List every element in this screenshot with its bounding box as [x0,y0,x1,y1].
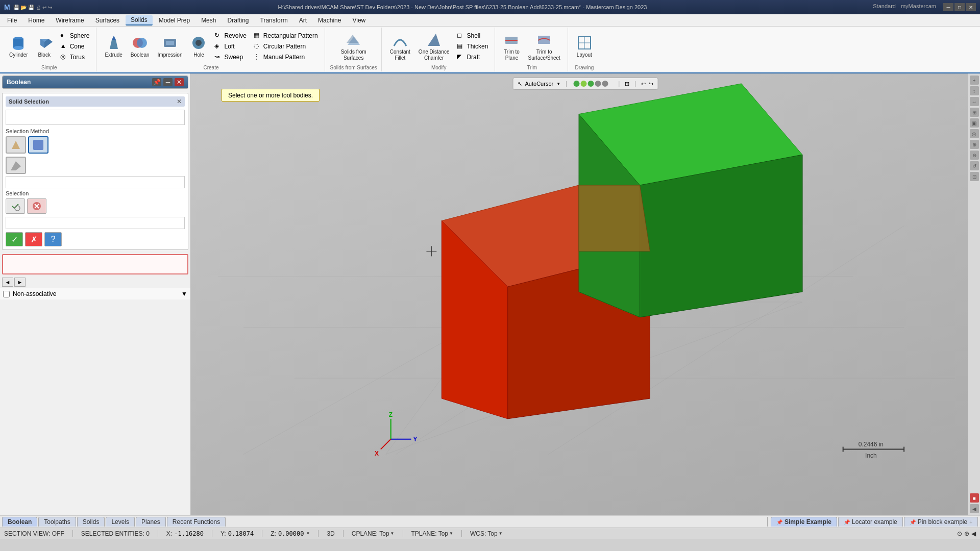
target-bodies-area[interactable] [2,254,188,274]
right-icon-9[interactable]: ↺ [970,161,979,170]
layout-button[interactable]: Layout [573,33,596,60]
viewport-tab-locator[interactable]: 📌 Locator example [838,517,903,527]
selection-solid-button[interactable] [28,136,48,154]
close-button[interactable]: ✕ [966,3,976,11]
menu-machine[interactable]: Machine [313,16,346,25]
maximize-button[interactable]: □ [954,3,965,11]
tab-levels-label: Levels [111,518,129,525]
tab-levels[interactable]: Levels [106,517,135,527]
right-icon-5[interactable]: ▣ [970,118,979,128]
viewport[interactable]: ↖ AutoCursor ▼ | | ⊞ | ↩ ↪ Select one or… [191,73,980,515]
input-area[interactable] [6,110,185,125]
right-icon-10[interactable]: ⊡ [970,172,979,181]
right-icon-4[interactable]: ⊞ [970,108,979,117]
sphere-button[interactable]: ● Sphere [58,31,92,41]
extrude-button[interactable]: Extrude [102,33,125,60]
tplane-dropdown[interactable]: TPLANE: Top ▼ [411,530,453,537]
status-icon-1[interactable]: ⊙ [957,530,962,537]
menu-view[interactable]: View [347,16,371,25]
confirm-input[interactable] [6,217,185,229]
menu-drafting[interactable]: Drafting [222,16,254,25]
trim-to-surface-button[interactable]: Trim toSurface/Sheet [525,30,563,63]
right-icon-bottom[interactable]: ◀ [970,504,979,513]
revolve-label: Revolve [224,32,246,39]
tab-recent-functions[interactable]: Recent Functions [167,517,226,527]
selection-body-button[interactable] [6,136,26,154]
trim-to-plane-button[interactable]: Trim toPlane [500,30,523,63]
deselect-button[interactable] [27,198,46,214]
status-icon-2[interactable]: ⊕ [964,530,969,537]
right-icon-2[interactable]: ↕ [970,86,979,95]
cone-button[interactable]: ▲ Cone [58,41,92,52]
right-icon-red[interactable]: ■ [970,493,979,503]
selection-action-row [6,198,185,214]
non-associative-checkbox[interactable] [3,291,10,297]
constant-fillet-button[interactable]: ConstantFillet [387,30,413,63]
grid-icon[interactable]: ⊞ [625,81,629,87]
draft-button[interactable]: ◤ Draft [454,52,491,62]
menu-art[interactable]: Art [294,16,312,25]
selection-input[interactable] [6,176,185,188]
minimize-button[interactable]: ─ [943,3,953,11]
viewport-tab-add[interactable]: + [969,519,972,525]
menu-model-prep[interactable]: Model Prep [154,16,195,25]
expand-button[interactable]: ▼ [181,290,187,297]
autocursor-dropdown[interactable]: ▼ [556,82,560,86]
z-dropdown-arrow[interactable]: ▼ [306,531,310,536]
right-icon-6[interactable]: ◎ [970,129,979,138]
torus-button[interactable]: ◎ Torus [58,52,92,62]
arrow-left-button[interactable]: ◄ [2,278,13,287]
circular-pattern-button[interactable]: ◌ Circular Pattern [251,41,321,52]
help-button[interactable]: ? [44,232,62,246]
thicken-button[interactable]: ▤ Thicken [454,41,491,52]
shell-button[interactable]: ◻ Shell [454,31,491,41]
redo-icon[interactable]: ↪ [649,81,653,87]
viewport-tab-pin-block[interactable]: 📌 Pin block example + [904,517,978,527]
menu-home[interactable]: Home [23,16,50,25]
select-all-button[interactable] [6,198,25,214]
dialog-close-button[interactable]: ✕ [175,78,184,86]
tab-planes[interactable]: Planes [136,517,166,527]
cplane-dropdown[interactable]: CPLANE: Top ▼ [352,530,395,537]
right-icon-8[interactable]: ⊖ [970,151,979,160]
arrow-right-button[interactable]: ► [14,278,26,287]
status-icon-3[interactable]: ◀ [971,530,976,537]
solid-selection-close[interactable]: ✕ [177,98,182,105]
rectangular-pattern-button[interactable]: ▦ Rectangular Pattern [251,31,321,41]
revolve-button[interactable]: ↻ Revolve [212,31,249,41]
tab-solids[interactable]: Solids [77,517,105,527]
dialog-minimize-button[interactable]: ─ [163,78,173,86]
status-bar: SECTION VIEW: OFF SELECTED ENTITIES: 0 X… [0,528,980,539]
right-icon-3[interactable]: ↔ [970,97,979,106]
undo-icon[interactable]: ↩ [641,81,646,87]
hole-button[interactable]: Hole [187,33,210,60]
menu-wireframe[interactable]: Wireframe [51,16,89,25]
cylinder-button[interactable]: Cylinder [6,33,31,60]
menu-mesh[interactable]: Mesh [196,16,221,25]
boolean-dialog: Boolean 📌 ─ ✕ [2,76,188,89]
manual-pattern-button[interactable]: ⋮ Manual Pattern [251,52,321,62]
ok-button[interactable]: ✓ [6,232,23,246]
selection-face-button[interactable] [6,157,26,174]
menu-file[interactable]: File [2,16,22,25]
wcs-dropdown[interactable]: WCS: Top ▼ [470,530,503,537]
tab-toolpaths[interactable]: Toolpaths [38,517,76,527]
viewport-tab-simple[interactable]: 📌 Simple Example [771,517,837,527]
right-icon-1[interactable]: + [970,76,979,85]
layout-label: Layout [577,52,592,58]
cancel-button[interactable]: ✗ [25,232,42,246]
impression-button[interactable]: Impression [155,33,186,60]
dialog-pin-button[interactable]: 📌 [152,78,161,86]
loft-button[interactable]: ◈ Loft [212,41,249,52]
sweep-button[interactable]: ↝ Sweep [212,52,249,62]
menu-surfaces[interactable]: Surfaces [90,16,125,25]
boolean-ribbon-button[interactable]: Boolean [128,33,153,60]
tab-boolean[interactable]: Boolean [2,517,37,527]
menu-transform[interactable]: Transform [255,16,293,25]
one-distance-chamfer-button[interactable]: One DistanceChamfer [415,30,453,63]
menu-solids[interactable]: Solids [126,15,153,26]
solids-from-surfaces-button[interactable]: Solids fromSurfaces [338,30,370,63]
right-icon-7[interactable]: ⊕ [970,140,979,149]
app-logo: M [4,3,10,11]
block-button[interactable]: Block [33,33,56,60]
